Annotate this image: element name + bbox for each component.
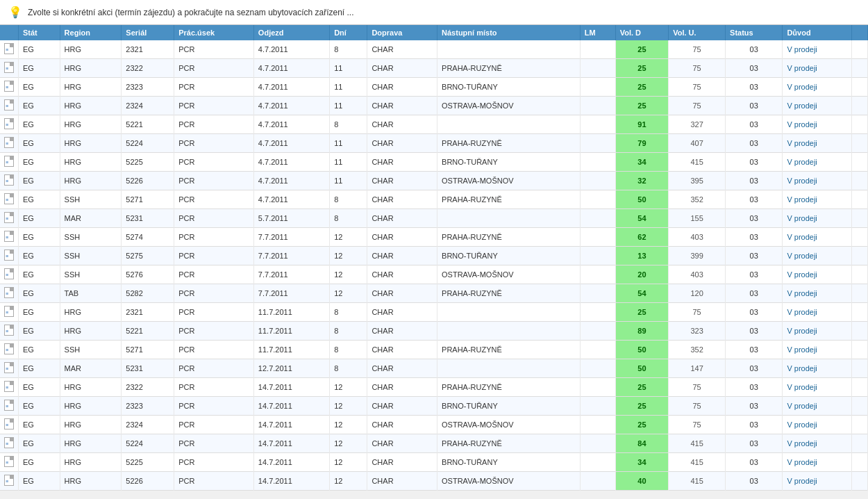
doc-icon[interactable] (4, 400, 14, 411)
doc-icon[interactable] (4, 156, 14, 167)
table-row[interactable]: EGHRG5225PCR14.7.201112CHARBRNO-TUŘANY34… (0, 453, 868, 472)
col-status[interactable]: Status (726, 25, 783, 40)
doc-icon[interactable] (4, 62, 14, 73)
row-icon-cell (0, 228, 19, 247)
cell-volu: 75 (669, 97, 726, 115)
table-row[interactable]: EGHRG5226PCR4.7.201111CHAROSTRAVA-MOŠNOV… (0, 172, 868, 190)
cell-region: HRG (60, 322, 122, 341)
doc-icon[interactable] (4, 306, 14, 317)
col-serial[interactable]: Seriál (122, 25, 174, 40)
doc-icon[interactable] (4, 137, 14, 148)
table-row[interactable]: EGSSH5276PCR7.7.201112CHAROSTRAVA-MOŠNOV… (0, 265, 868, 284)
cell-odjezd: 7.7.2011 (253, 265, 329, 284)
col-volu[interactable]: Vol. U. (669, 25, 726, 40)
table-row[interactable]: EGTAB5282PCR7.7.201112CHARPRAHA-RUZYNĚ54… (0, 284, 868, 303)
table-row[interactable]: EGHRG5224PCR4.7.201111CHARPRAHA-RUZYNĚ79… (0, 134, 868, 153)
doc-icon[interactable] (4, 43, 14, 54)
table-row[interactable]: EGHRG5221PCR4.7.20118CHAR9132703V prodej… (0, 115, 868, 134)
col-lm[interactable]: LM (580, 25, 615, 40)
col-pracusek[interactable]: Prác.úsek (174, 25, 254, 40)
cell-status: 03 (726, 303, 783, 322)
col-stat[interactable]: Stát (19, 25, 60, 40)
doc-icon[interactable] (4, 418, 14, 430)
table-row[interactable]: EGSSH5271PCR4.7.20118CHARPRAHA-RUZYNĚ503… (0, 190, 868, 209)
table-row[interactable]: EGHRG2321PCR11.7.20118CHAR257503V prodej… (0, 303, 868, 322)
doc-icon[interactable] (4, 381, 14, 392)
doc-icon[interactable] (4, 212, 14, 223)
cell-nastupni (437, 40, 581, 59)
table-row[interactable]: EGHRG2321PCR4.7.20118CHAR257503V prodeji (0, 40, 868, 59)
cell-pracusek: PCR (174, 40, 254, 59)
table-row[interactable]: EGMAR5231PCR5.7.20118CHAR5415503V prodej… (0, 209, 868, 228)
doc-icon[interactable] (4, 81, 14, 92)
cell-status: 03 (726, 359, 783, 378)
doc-icon[interactable] (4, 250, 14, 261)
doc-icon[interactable] (4, 456, 14, 467)
doc-icon[interactable] (4, 193, 14, 204)
cell-vold: 25 (615, 378, 669, 397)
cell-status: 03 (726, 284, 783, 303)
col-nastupni[interactable]: Nástupní místo (437, 25, 581, 40)
cell-lm (580, 284, 615, 303)
table-row[interactable]: EGHRG2323PCR4.7.201111CHARBRNO-TUŘANY257… (0, 78, 868, 97)
cell-serial: 2323 (122, 397, 174, 416)
cell-doprava: CHAR (367, 190, 437, 209)
cell-status: 03 (726, 209, 783, 228)
col-doprava[interactable]: Doprava (367, 25, 437, 40)
doc-icon[interactable] (4, 362, 14, 373)
cell-volu: 155 (669, 209, 726, 228)
cell-odjezd: 14.7.2011 (253, 472, 329, 491)
table-row[interactable]: EGHRG2323PCR14.7.201112CHARBRNO-TUŘANY25… (0, 397, 868, 416)
cell-region: HRG (60, 416, 122, 434)
doc-icon[interactable] (4, 268, 14, 279)
top-bar-text: Zvolte si konkrétní akci (termín zájezdu… (28, 8, 354, 17)
cell-dni: 11 (330, 153, 367, 172)
cell-stat: EG (19, 265, 60, 284)
cell-nastupni: BRNO-TUŘANY (437, 397, 581, 416)
doc-icon[interactable] (4, 174, 14, 186)
cell-region: HRG (60, 115, 122, 134)
table-row[interactable]: EGHRG5221PCR11.7.20118CHAR8932303V prode… (0, 322, 868, 341)
col-region[interactable]: Region (60, 25, 122, 40)
table-row[interactable]: EGHRG5226PCR14.7.201112CHAROSTRAVA-MOŠNO… (0, 472, 868, 491)
cell-dni: 8 (330, 341, 367, 359)
doc-icon[interactable] (4, 118, 14, 129)
table-row[interactable]: EGHRG2324PCR4.7.201111CHAROSTRAVA-MOŠNOV… (0, 97, 868, 115)
row-icon-cell (0, 434, 19, 453)
table-row[interactable]: EGHRG5224PCR14.7.201112CHARPRAHA-RUZYNĚ8… (0, 434, 868, 453)
table-row[interactable]: EGSSH5275PCR7.7.201112CHARBRNO-TUŘANY133… (0, 247, 868, 265)
doc-icon[interactable] (4, 325, 14, 336)
table-header-row: Stát Region Seriál Prác.úsek Odjezd Dní … (0, 25, 868, 40)
table-row[interactable]: EGHRG5225PCR4.7.201111CHARBRNO-TUŘANY344… (0, 153, 868, 172)
doc-icon[interactable] (4, 99, 14, 111)
col-odjezd[interactable]: Odjezd (253, 25, 329, 40)
doc-icon[interactable] (4, 475, 14, 486)
table-row[interactable]: EGSSH5274PCR7.7.201112CHARPRAHA-RUZYNĚ62… (0, 228, 868, 247)
row-icon-cell (0, 322, 19, 341)
col-extra (851, 25, 867, 40)
cell-prodeji: V prodeji (783, 115, 852, 134)
doc-icon[interactable] (4, 437, 14, 448)
table-row[interactable]: EGSSH5271PCR11.7.20118CHARPRAHA-RUZYNĚ50… (0, 341, 868, 359)
cell-lm (580, 78, 615, 97)
cell-prodeji: V prodeji (783, 247, 852, 265)
table-row[interactable]: EGHRG2322PCR14.7.201112CHARPRAHA-RUZYNĚ2… (0, 378, 868, 397)
top-bar: 💡 Zvolte si konkrétní akci (termín zájez… (0, 0, 868, 25)
col-duvod[interactable]: Důvod (783, 25, 852, 40)
doc-icon[interactable] (4, 287, 14, 298)
doc-icon[interactable] (4, 343, 14, 354)
cell-serial: 5226 (122, 472, 174, 491)
doc-icon[interactable] (4, 231, 14, 242)
cell-volu: 75 (669, 59, 726, 78)
cell-lm (580, 378, 615, 397)
row-icon-cell (0, 378, 19, 397)
col-vold[interactable]: Vol. D (615, 25, 669, 40)
cell-odjezd: 4.7.2011 (253, 40, 329, 59)
table-row[interactable]: EGHRG2324PCR14.7.201112CHAROSTRAVA-MOŠNO… (0, 416, 868, 434)
cell-serial: 5221 (122, 115, 174, 134)
table-row[interactable]: EGMAR5231PCR12.7.20118CHAR5014703V prode… (0, 359, 868, 378)
col-dni[interactable]: Dní (330, 25, 367, 40)
cell-dni: 12 (330, 472, 367, 491)
table-row[interactable]: EGHRG2322PCR4.7.201111CHARPRAHA-RUZYNĚ25… (0, 59, 868, 78)
cell-pracusek: PCR (174, 115, 254, 134)
